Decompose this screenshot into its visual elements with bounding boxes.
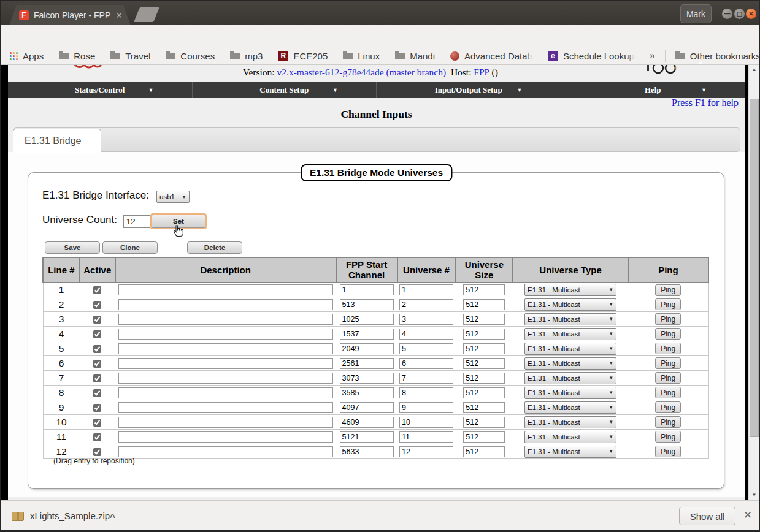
profile-button[interactable]: Mark — [680, 4, 712, 23]
active-checkbox[interactable] — [93, 374, 101, 382]
clone-button[interactable]: Clone — [102, 241, 158, 254]
active-checkbox[interactable] — [93, 316, 101, 324]
universe-type-select[interactable]: E1.31 - Multicast▼ — [524, 298, 616, 311]
universe-size-input[interactable] — [463, 431, 505, 443]
active-checkbox[interactable] — [93, 404, 101, 412]
scroll-up-icon[interactable]: ▲ — [749, 65, 759, 75]
universe-number-input[interactable] — [399, 284, 453, 295]
start-channel-input[interactable] — [340, 373, 394, 384]
active-checkbox[interactable] — [93, 448, 101, 456]
ping-button[interactable]: Ping — [655, 357, 681, 369]
universe-size-input[interactable] — [463, 299, 505, 310]
host-link[interactable]: FPP — [474, 67, 489, 77]
universe-type-select[interactable]: E1.31 - Multicast▼ — [524, 357, 616, 370]
description-input[interactable] — [118, 299, 333, 310]
active-checkbox[interactable] — [93, 433, 101, 441]
bookmark-apps[interactable]: Apps — [10, 51, 44, 61]
active-checkbox[interactable] — [93, 419, 101, 427]
description-input[interactable] — [118, 387, 333, 398]
bookmark-rose[interactable]: Rose — [59, 51, 95, 61]
universe-size-input[interactable] — [463, 358, 505, 369]
start-channel-input[interactable] — [340, 314, 394, 325]
ping-button[interactable]: Ping — [655, 328, 681, 340]
description-input[interactable] — [118, 446, 333, 457]
description-input[interactable] — [118, 417, 333, 428]
universe-number-input[interactable] — [399, 299, 453, 310]
universe-size-input[interactable] — [463, 314, 505, 325]
ping-button[interactable]: Ping — [655, 387, 681, 398]
nav-item-help[interactable]: Help▼ — [561, 82, 745, 98]
bookmark-mandi[interactable]: Mandi — [395, 51, 435, 61]
active-checkbox[interactable] — [93, 286, 101, 294]
tab-e131-bridge[interactable]: E1.31 Bridge — [13, 129, 101, 153]
download-bar-close-icon[interactable]: ✕ — [743, 509, 752, 522]
universe-number-input[interactable] — [399, 358, 453, 369]
description-input[interactable] — [118, 329, 333, 340]
help-link[interactable]: Press F1 for help — [672, 97, 739, 108]
universe-size-input[interactable] — [463, 284, 505, 295]
bookmark-courses[interactable]: Courses — [166, 51, 215, 61]
scrollbar-thumb[interactable] — [750, 99, 759, 437]
start-channel-input[interactable] — [340, 402, 394, 413]
browser-tab[interactable]: F Falcon Player - FPP ✕ — [9, 5, 131, 25]
description-input[interactable] — [118, 373, 333, 384]
description-input[interactable] — [118, 358, 333, 369]
bookmark-mp3[interactable]: mp3 — [230, 51, 263, 61]
universe-size-input[interactable] — [463, 373, 505, 384]
show-all-button[interactable]: Show all — [679, 507, 735, 525]
nav-item-content-setup[interactable]: Content Setup▼ — [193, 82, 377, 98]
ping-button[interactable]: Ping — [655, 343, 681, 354]
new-tab-button[interactable] — [134, 7, 159, 22]
universe-type-select[interactable]: E1.31 - Multicast▼ — [524, 313, 616, 325]
universe-type-select[interactable]: E1.31 - Multicast▼ — [524, 416, 616, 428]
other-bookmarks[interactable]: Other bookmarks — [675, 51, 760, 61]
universe-size-input[interactable] — [463, 329, 505, 340]
delete-button[interactable]: Delete — [187, 241, 242, 254]
universe-type-select[interactable]: E1.31 - Multicast▼ — [524, 343, 616, 355]
start-channel-input[interactable] — [340, 446, 394, 457]
ping-button[interactable]: Ping — [655, 372, 681, 384]
universe-count-input[interactable] — [123, 215, 150, 228]
universe-type-select[interactable]: E1.31 - Multicast▼ — [524, 401, 616, 414]
ping-button[interactable]: Ping — [655, 446, 681, 457]
start-channel-input[interactable] — [340, 431, 394, 443]
universe-number-input[interactable] — [399, 314, 453, 325]
universe-size-input[interactable] — [463, 387, 505, 398]
bookmark-ece205[interactable]: RECE205 — [278, 51, 328, 61]
universe-number-input[interactable] — [399, 343, 453, 354]
version-link[interactable]: v2.x-master-612-g78e44ade (master branch… — [277, 67, 447, 77]
active-checkbox[interactable] — [93, 345, 101, 353]
bookmark-travel[interactable]: Travel — [110, 51, 150, 61]
ping-button[interactable]: Ping — [655, 284, 681, 296]
universe-number-input[interactable] — [399, 402, 453, 413]
ping-button[interactable]: Ping — [655, 416, 681, 428]
download-filename[interactable]: xLights_Sample.zip — [30, 511, 110, 521]
save-button[interactable]: Save — [45, 241, 100, 254]
universe-number-input[interactable] — [399, 417, 453, 428]
minimize-button[interactable]: — — [722, 9, 732, 19]
universe-size-input[interactable] — [463, 446, 505, 457]
universe-type-select[interactable]: E1.31 - Multicast▼ — [524, 284, 616, 296]
universe-type-select[interactable]: E1.31 - Multicast▼ — [524, 431, 616, 443]
start-channel-input[interactable] — [340, 417, 394, 428]
start-channel-input[interactable] — [340, 387, 394, 398]
bookmark-linux[interactable]: Linux — [343, 51, 380, 61]
page-scrollbar[interactable]: ▲ ▼ — [748, 65, 759, 500]
universe-size-input[interactable] — [463, 417, 505, 428]
start-channel-input[interactable] — [340, 358, 394, 369]
description-input[interactable] — [118, 431, 333, 443]
ping-button[interactable]: Ping — [655, 431, 681, 443]
description-input[interactable] — [118, 284, 333, 295]
universe-number-input[interactable] — [399, 446, 453, 457]
nav-item-status-control[interactable]: Status/Control▼ — [8, 82, 193, 98]
download-chevron-icon[interactable]: ∧ — [109, 511, 117, 520]
universe-size-input[interactable] — [463, 343, 505, 354]
window-close-button[interactable]: ✕ — [746, 9, 756, 19]
bookmarks-overflow-chevron[interactable]: » — [650, 50, 655, 61]
bridge-interface-select[interactable]: usb1 ▼ — [156, 191, 190, 203]
description-input[interactable] — [118, 314, 333, 325]
start-channel-input[interactable] — [340, 284, 394, 295]
nav-item-input-output-setup[interactable]: Input/Output Setup▼ — [377, 82, 561, 98]
universe-number-input[interactable] — [399, 431, 453, 443]
start-channel-input[interactable] — [340, 343, 394, 354]
